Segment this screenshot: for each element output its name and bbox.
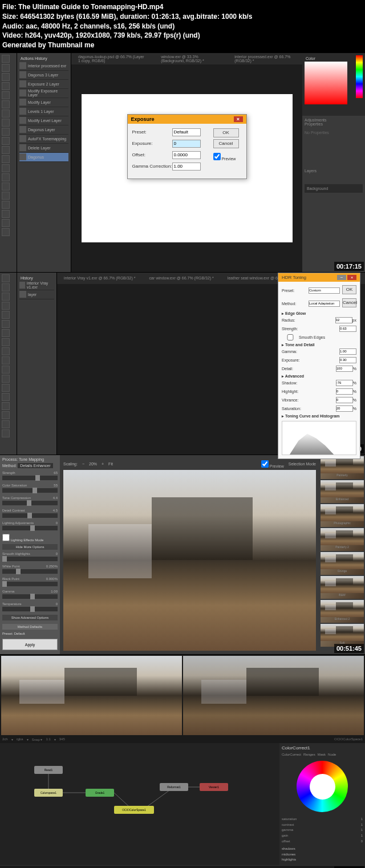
tool-icon[interactable]: [2, 402, 10, 410]
preview-checkbox[interactable]: [213, 153, 221, 160]
slider[interactable]: Color Saturation 55: [2, 484, 58, 493]
method-select[interactable]: [309, 301, 340, 307]
tool-icon[interactable]: [2, 146, 10, 154]
tool-icon[interactable]: [2, 366, 10, 374]
tool-icon[interactable]: [2, 347, 10, 355]
slider[interactable]: Black Point 0.000%: [2, 577, 58, 586]
node-reformat[interactable]: Reformat1: [160, 783, 188, 791]
node-graph[interactable]: Read1 Colorspace1 Grade1 OCIOColorSpace1…: [0, 743, 279, 865]
gamma-input[interactable]: [172, 163, 201, 171]
tool-icon[interactable]: [2, 338, 10, 346]
layer-item[interactable]: Exposure 2 Layer: [19, 80, 68, 89]
color-picker[interactable]: Color: [302, 53, 365, 116]
preset-thumb[interactable]: B&W: [321, 576, 364, 599]
toggle-advanced[interactable]: Show Advanced Options: [2, 615, 58, 620]
cancel-button[interactable]: Cancel: [213, 139, 239, 148]
toggle-options[interactable]: Hide More Options: [2, 544, 58, 550]
layer-item[interactable]: interior processed exr: [19, 62, 68, 71]
tab[interactable]: car window.exr @ 66.7% (RGB/32) *: [145, 275, 218, 281]
layer-item[interactable]: Delete Layer: [19, 144, 68, 153]
tool-icon[interactable]: [2, 375, 10, 383]
tool-icon[interactable]: [2, 137, 10, 145]
preset-thumb[interactable]: Soft: [321, 624, 364, 647]
tool-icon[interactable]: [2, 182, 10, 190]
highlight-input[interactable]: [336, 388, 353, 395]
tool-icon[interactable]: [2, 73, 10, 81]
tool-icon[interactable]: [2, 164, 10, 172]
tool-icon[interactable]: [2, 192, 10, 200]
preset-thumb[interactable]: Grunge: [321, 552, 364, 575]
canvas[interactable]: Exposure× Preset: Exposure: Offset: Gamm…: [71, 64, 302, 272]
exposure-input[interactable]: [339, 357, 356, 363]
tool-icon[interactable]: [2, 329, 10, 337]
slider[interactable]: Lighting Adjustments 0: [2, 521, 58, 530]
tool-icon[interactable]: [2, 64, 10, 72]
tool-icon[interactable]: [2, 55, 10, 63]
eye-icon[interactable]: [19, 99, 26, 106]
tool-icon[interactable]: [2, 384, 10, 392]
slider[interactable]: White Point 0.250%: [2, 565, 58, 574]
preset-thumb[interactable]: Enhanced: [321, 480, 364, 503]
tool-icon[interactable]: [2, 228, 10, 236]
eye-icon[interactable]: [19, 282, 25, 289]
eye-icon[interactable]: [19, 144, 26, 151]
tool-icon[interactable]: [2, 91, 10, 99]
tool-icon[interactable]: [2, 283, 10, 291]
tool-icon[interactable]: [2, 311, 10, 319]
detail-input[interactable]: [336, 366, 353, 372]
eye-icon[interactable]: [19, 80, 26, 87]
layer-item[interactable]: interior Vray v1.exr: [19, 281, 54, 290]
shadow-input[interactable]: [336, 380, 353, 386]
selection-mode[interactable]: Selection Mode: [289, 462, 316, 466]
tool-icon[interactable]: [2, 119, 10, 127]
layer-item[interactable]: Dagonus 3 Layer: [19, 71, 68, 80]
zoom-out[interactable]: −: [82, 462, 84, 466]
ok-button[interactable]: OK: [213, 128, 239, 137]
slider[interactable]: Strength 65: [2, 471, 58, 480]
layer-item[interactable]: AutoFX Tonemapping: [19, 135, 68, 144]
preset-thumb[interactable]: Painterly 2: [321, 528, 364, 551]
tool-icon[interactable]: [2, 429, 10, 437]
tool-icon[interactable]: [2, 210, 10, 218]
layer-item[interactable]: Modify Level Layer: [19, 116, 68, 125]
eye-icon[interactable]: [19, 62, 26, 69]
preset-thumb[interactable]: Photographic: [321, 504, 364, 527]
prop-tab[interactable]: Mask: [318, 753, 326, 756]
tool-icon[interactable]: [2, 100, 10, 108]
tool-icon[interactable]: [2, 173, 10, 181]
zoom-in[interactable]: +: [102, 462, 104, 466]
histogram[interactable]: [282, 421, 356, 455]
hue-slider[interactable]: [356, 55, 363, 98]
tab[interactable]: interior processed.exr @ 66.7% (RGB/32) …: [230, 54, 295, 64]
tool-icon[interactable]: [2, 420, 10, 428]
eye-icon[interactable]: [19, 153, 26, 160]
preset-select[interactable]: [172, 128, 201, 136]
tool-icon[interactable]: [2, 320, 10, 328]
radius-input[interactable]: [335, 317, 352, 323]
slider[interactable]: Detail Contrast 4.5: [2, 509, 58, 518]
eye-icon[interactable]: [19, 117, 26, 124]
eye-icon[interactable]: [19, 291, 26, 298]
eye-icon[interactable]: [19, 108, 26, 115]
eye-icon[interactable]: [19, 90, 26, 96]
tool-icon[interactable]: [2, 82, 10, 90]
prop-tab[interactable]: ColorCorrect: [282, 753, 301, 756]
tool-icon[interactable]: [2, 155, 10, 163]
color-wheel[interactable]: [297, 761, 348, 812]
prop-tab[interactable]: Ranges: [303, 753, 315, 756]
saturation-input[interactable]: [336, 405, 353, 412]
vibrance-input[interactable]: [336, 397, 353, 403]
tool-icon[interactable]: [2, 274, 10, 282]
slider[interactable]: Temperature 0: [2, 602, 58, 611]
eye-icon[interactable]: [19, 71, 26, 78]
layer-item[interactable]: Dagonus Layer: [19, 125, 68, 135]
slider[interactable]: Tone Compression 4.4: [2, 496, 58, 505]
close-icon[interactable]: ×: [234, 116, 243, 122]
preset-thumb[interactable]: Painterly: [321, 456, 364, 479]
tool-icon[interactable]: [2, 411, 10, 419]
slider[interactable]: Gamma 1.00: [2, 590, 58, 599]
tab[interactable]: window.exr @ 33.3% (Background, RGB/32) …: [156, 54, 225, 64]
fit-button[interactable]: Fit: [108, 462, 113, 466]
exposure-input[interactable]: [172, 140, 201, 148]
tool-icon[interactable]: [2, 109, 10, 117]
